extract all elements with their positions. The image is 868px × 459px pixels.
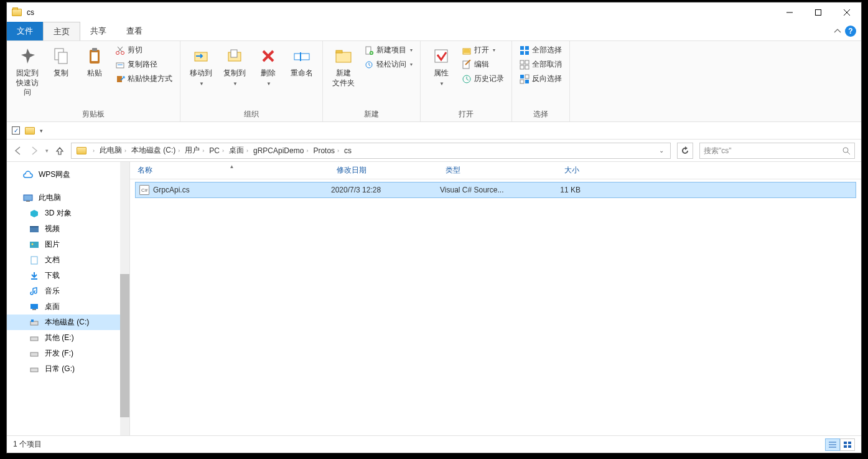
tab-view[interactable]: 查看 bbox=[116, 22, 152, 40]
address-dropdown[interactable]: ⌄ bbox=[655, 147, 668, 154]
group-label-organize: 组织 bbox=[185, 107, 317, 121]
sidebar-item-pictures[interactable]: 图片 bbox=[7, 237, 129, 252]
sidebar-item-c-drive[interactable]: 本地磁盘 (C:) bbox=[7, 315, 129, 330]
icons-view-button[interactable] bbox=[840, 438, 855, 451]
search-input[interactable] bbox=[704, 146, 842, 155]
paste-button[interactable]: 粘贴 bbox=[79, 44, 110, 81]
edit-button[interactable]: 编辑 bbox=[459, 58, 506, 71]
select-none-button[interactable]: 全部取消 bbox=[517, 58, 564, 71]
back-button[interactable] bbox=[13, 146, 23, 156]
breadcrumb-c-drive[interactable]: 本地磁盘 (C:)› bbox=[129, 145, 182, 156]
details-view-button[interactable] bbox=[825, 438, 840, 451]
breadcrumb-grpcapidemo[interactable]: gRPCApiDemo› bbox=[251, 146, 310, 155]
properties-button[interactable]: 属性 ▼ bbox=[426, 44, 457, 89]
column-date[interactable]: 修改日期 bbox=[329, 165, 438, 176]
document-icon bbox=[29, 256, 40, 265]
breadcrumb-desktop[interactable]: 桌面› bbox=[226, 145, 251, 156]
pin-quick-access-button[interactable]: 固定到 快速访问 bbox=[12, 44, 43, 100]
svg-rect-41 bbox=[525, 65, 529, 69]
folder-icon[interactable] bbox=[25, 127, 35, 135]
up-button[interactable] bbox=[55, 146, 65, 156]
svg-line-11 bbox=[118, 47, 123, 52]
group-label-select: 选择 bbox=[517, 107, 564, 121]
help-icon[interactable]: ? bbox=[845, 26, 856, 37]
cloud-icon bbox=[22, 171, 34, 179]
history-button[interactable]: 历史记录 bbox=[459, 72, 506, 85]
svg-rect-66 bbox=[844, 442, 847, 444]
svg-rect-39 bbox=[525, 60, 529, 64]
svg-rect-18 bbox=[231, 50, 237, 57]
sidebar-item-documents[interactable]: 文档 bbox=[7, 252, 129, 268]
move-to-button[interactable]: 移动到 ▼ bbox=[185, 44, 217, 89]
quick-access-dropdown[interactable]: ▾ bbox=[40, 128, 43, 134]
paste-shortcut-button[interactable]: 粘贴快捷方式 bbox=[113, 72, 175, 85]
chevron-down-icon: ▾ bbox=[410, 62, 413, 67]
collapse-ribbon-icon[interactable] bbox=[830, 22, 845, 40]
tab-home[interactable]: 主页 bbox=[43, 22, 80, 40]
new-item-button[interactable]: 新建项目 ▾ bbox=[362, 44, 415, 57]
close-button[interactable] bbox=[833, 2, 861, 22]
new-folder-button[interactable]: 新建 文件夹 bbox=[328, 44, 359, 90]
sidebar-item-music[interactable]: 音乐 bbox=[7, 283, 129, 299]
delete-button[interactable]: 删除 ▼ bbox=[253, 44, 284, 89]
invert-selection-button[interactable]: 反向选择 bbox=[517, 72, 564, 85]
copy-path-button[interactable]: 复制路径 bbox=[113, 58, 175, 71]
file-row[interactable]: C# GrpcApi.cs 2020/7/3 12:28 Visual C# S… bbox=[135, 182, 856, 198]
checkbox-icon[interactable]: ✓ bbox=[12, 126, 20, 135]
sidebar-item-desktop[interactable]: 桌面 bbox=[7, 299, 129, 315]
column-name[interactable]: 名称 ▲ bbox=[130, 165, 329, 176]
maximize-button[interactable] bbox=[804, 2, 833, 22]
new-folder-icon bbox=[334, 46, 353, 66]
navigation-bar: ▾ › 此电脑› 本地磁盘 (C:)› 用户› PC› 桌面› gRPCApiD… bbox=[7, 140, 861, 162]
column-type[interactable]: 类型 bbox=[438, 165, 531, 176]
sidebar-item-wps[interactable]: WPS网盘 bbox=[7, 167, 129, 182]
picture-icon bbox=[29, 240, 40, 249]
easy-access-button[interactable]: 轻松访问 ▾ bbox=[362, 58, 415, 71]
minimize-button[interactable] bbox=[775, 2, 804, 22]
search-box[interactable] bbox=[699, 143, 855, 159]
copy-button[interactable]: 复制 bbox=[45, 44, 77, 81]
chevron-right-icon[interactable]: › bbox=[89, 148, 97, 154]
breadcrumb-pc[interactable]: PC› bbox=[207, 146, 226, 155]
svg-rect-62 bbox=[30, 368, 38, 372]
open-button[interactable]: 打开 ▾ bbox=[459, 44, 506, 57]
refresh-button[interactable] bbox=[677, 143, 693, 159]
svg-rect-67 bbox=[848, 442, 851, 444]
tab-file[interactable]: 文件 bbox=[7, 22, 43, 40]
column-size[interactable]: 大小 bbox=[531, 165, 587, 176]
breadcrumb-protos[interactable]: Protos› bbox=[310, 146, 342, 155]
tab-share[interactable]: 共享 bbox=[80, 22, 116, 40]
rename-button[interactable]: 重命名 bbox=[286, 44, 317, 81]
svg-rect-23 bbox=[336, 52, 351, 62]
file-type: Visual C# Source... bbox=[440, 186, 533, 194]
sidebar-item-f-drive[interactable]: 开发 (F:) bbox=[7, 346, 129, 361]
copy-to-button[interactable]: 复制到 ▼ bbox=[219, 44, 250, 89]
breadcrumb-users[interactable]: 用户› bbox=[182, 145, 207, 156]
breadcrumb-cs[interactable]: cs bbox=[342, 146, 354, 155]
sidebar-item-g-drive[interactable]: 日常 (G:) bbox=[7, 361, 129, 377]
sidebar-item-3d-objects[interactable]: 3D 对象 bbox=[7, 206, 129, 221]
rename-icon bbox=[292, 46, 312, 66]
breadcrumb-this-pc[interactable]: 此电脑› bbox=[97, 145, 129, 156]
svg-rect-56 bbox=[30, 304, 38, 309]
copy-path-icon bbox=[115, 60, 125, 70]
cut-button[interactable]: 剪切 bbox=[113, 44, 175, 57]
sidebar-item-downloads[interactable]: 下载 bbox=[7, 268, 129, 283]
paste-icon bbox=[85, 46, 105, 66]
paste-shortcut-icon bbox=[115, 74, 125, 84]
select-all-button[interactable]: 全部选择 bbox=[517, 44, 564, 57]
forward-button[interactable] bbox=[29, 146, 39, 156]
open-icon bbox=[462, 45, 472, 55]
address-bar[interactable]: › 此电脑› 本地磁盘 (C:)› 用户› PC› 桌面› gRPCApiDem… bbox=[71, 143, 671, 159]
scrollbar-thumb[interactable] bbox=[120, 274, 129, 417]
svg-rect-54 bbox=[31, 257, 37, 264]
svg-rect-34 bbox=[520, 46, 524, 50]
select-none-icon bbox=[520, 60, 530, 70]
recent-dropdown[interactable]: ▾ bbox=[45, 148, 49, 154]
sidebar-item-this-pc[interactable]: 此电脑 bbox=[7, 190, 129, 206]
sidebar-item-e-drive[interactable]: 其他 (E:) bbox=[7, 330, 129, 346]
item-count: 1 个项目 bbox=[13, 439, 42, 450]
svg-line-12 bbox=[118, 47, 122, 52]
sort-ascending-icon: ▲ bbox=[230, 164, 235, 169]
sidebar-item-videos[interactable]: 视频 bbox=[7, 221, 129, 237]
